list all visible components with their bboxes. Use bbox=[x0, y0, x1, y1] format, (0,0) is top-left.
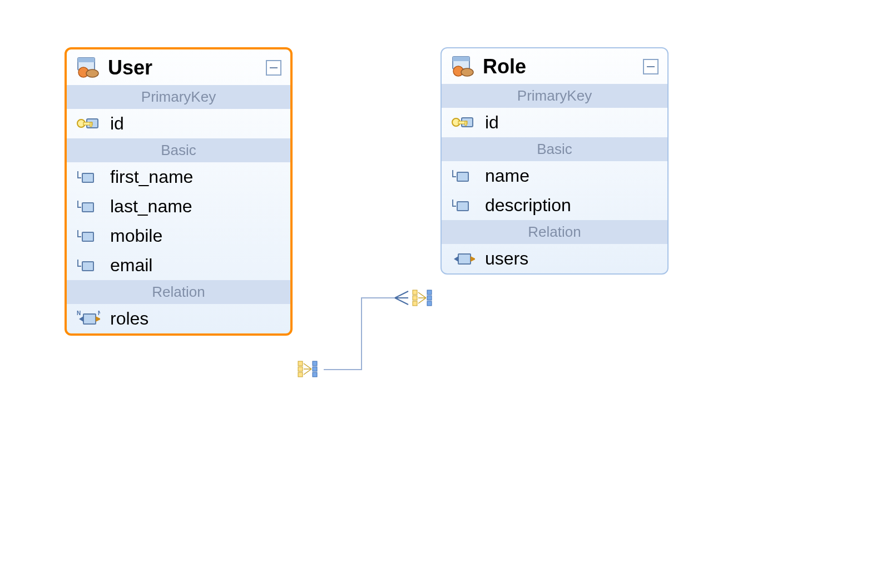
svg-rect-14 bbox=[413, 301, 417, 306]
svg-text:N: N bbox=[77, 310, 81, 316]
svg-rect-30 bbox=[82, 203, 93, 212]
svg-rect-15 bbox=[427, 290, 432, 295]
svg-marker-36 bbox=[79, 316, 83, 322]
svg-rect-35 bbox=[83, 314, 96, 324]
section-header-relation: Relation bbox=[67, 280, 290, 304]
svg-rect-32 bbox=[82, 262, 93, 271]
field-row[interactable]: last_name bbox=[67, 192, 290, 221]
field-row[interactable]: id bbox=[67, 109, 290, 138]
svg-rect-8 bbox=[313, 372, 317, 377]
section-header-relation: Relation bbox=[442, 220, 667, 244]
svg-line-20 bbox=[418, 298, 426, 303]
svg-rect-13 bbox=[413, 296, 417, 300]
field-row[interactable]: id bbox=[442, 108, 667, 137]
collapse-button[interactable] bbox=[266, 60, 281, 76]
svg-rect-29 bbox=[82, 173, 93, 182]
svg-point-41 bbox=[461, 68, 473, 76]
field-label: first_name bbox=[110, 167, 193, 187]
svg-rect-12 bbox=[413, 290, 417, 295]
section-header-basic: Basic bbox=[442, 137, 667, 161]
crows-foot-icon bbox=[395, 291, 408, 305]
key-icon bbox=[451, 113, 475, 133]
section-header-basic: Basic bbox=[67, 138, 290, 162]
entity-header[interactable]: User bbox=[67, 49, 290, 85]
connector-port-user bbox=[297, 360, 324, 379]
field-label: name bbox=[485, 166, 529, 186]
attribute-icon bbox=[451, 196, 475, 216]
field-row[interactable]: name bbox=[442, 161, 667, 191]
field-label: users bbox=[485, 248, 528, 269]
field-row[interactable]: first_name bbox=[67, 162, 290, 192]
attribute-icon bbox=[76, 226, 100, 246]
svg-rect-4 bbox=[298, 367, 303, 371]
entity-icon bbox=[76, 58, 100, 78]
svg-rect-46 bbox=[457, 172, 468, 181]
svg-line-2 bbox=[395, 298, 408, 305]
relation-many-icon: N N bbox=[76, 309, 100, 329]
diagram-canvas[interactable]: User PrimaryKey id Basic first_name bbox=[0, 0, 891, 588]
field-label: id bbox=[485, 112, 499, 133]
relation-one-icon bbox=[451, 249, 475, 269]
section-header-primarykey: PrimaryKey bbox=[67, 85, 290, 109]
field-label: roles bbox=[110, 308, 148, 329]
svg-point-24 bbox=[86, 69, 98, 77]
entity-title: Role bbox=[483, 55, 635, 78]
svg-rect-22 bbox=[78, 58, 95, 62]
field-label: description bbox=[485, 195, 571, 216]
entity-title: User bbox=[108, 56, 258, 79]
field-row[interactable]: N N roles bbox=[67, 304, 290, 333]
attribute-icon bbox=[76, 197, 100, 217]
collapse-button[interactable] bbox=[643, 59, 659, 74]
field-row[interactable]: mobile bbox=[67, 221, 290, 251]
field-label: id bbox=[110, 113, 124, 134]
entity-header[interactable]: Role bbox=[442, 48, 667, 84]
svg-marker-49 bbox=[454, 256, 458, 262]
entity-role[interactable]: Role PrimaryKey id Basic name bbox=[440, 47, 669, 275]
svg-line-11 bbox=[304, 369, 311, 375]
svg-rect-3 bbox=[298, 361, 303, 366]
field-label: mobile bbox=[110, 226, 162, 246]
connector-line bbox=[324, 298, 408, 370]
field-label: email bbox=[110, 255, 152, 276]
attribute-icon bbox=[76, 167, 100, 187]
svg-rect-6 bbox=[313, 361, 317, 366]
svg-rect-28 bbox=[90, 122, 92, 127]
section-header-primarykey: PrimaryKey bbox=[442, 84, 667, 108]
svg-text:N: N bbox=[98, 310, 100, 316]
svg-line-18 bbox=[418, 292, 426, 298]
entity-user[interactable]: User PrimaryKey id Basic first_name bbox=[65, 47, 293, 336]
svg-rect-39 bbox=[453, 57, 469, 61]
connector-port-role bbox=[412, 289, 438, 308]
entity-icon bbox=[451, 57, 475, 77]
field-row[interactable]: users bbox=[442, 244, 667, 273]
svg-marker-50 bbox=[471, 256, 475, 262]
svg-rect-16 bbox=[427, 296, 432, 300]
svg-rect-31 bbox=[82, 232, 93, 241]
svg-rect-45 bbox=[465, 121, 467, 126]
field-label: last_name bbox=[110, 196, 192, 217]
field-row[interactable]: description bbox=[442, 191, 667, 220]
attribute-icon bbox=[76, 256, 100, 276]
svg-rect-17 bbox=[427, 301, 432, 306]
svg-line-0 bbox=[395, 291, 408, 298]
svg-rect-5 bbox=[298, 372, 303, 377]
svg-rect-48 bbox=[458, 254, 471, 264]
svg-rect-47 bbox=[457, 202, 468, 211]
svg-marker-37 bbox=[96, 316, 100, 322]
attribute-icon bbox=[451, 166, 475, 186]
field-row[interactable]: email bbox=[67, 251, 290, 280]
svg-rect-7 bbox=[313, 367, 317, 371]
key-icon bbox=[76, 114, 100, 134]
svg-line-9 bbox=[304, 363, 311, 369]
